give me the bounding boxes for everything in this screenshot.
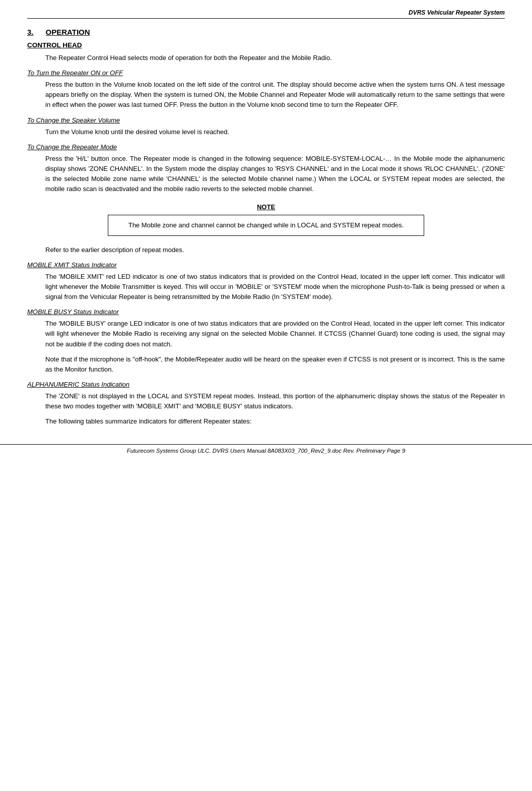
repeater-mode-section: To Change the Repeater Mode Press the 'H… xyxy=(27,143,505,195)
page-footer: Futurecom Systems Group ULC. DVRS Users … xyxy=(0,444,532,454)
speaker-volume-section: To Change the Speaker Volume Turn the Vo… xyxy=(27,116,505,137)
mobile-busy-link: MOBILE BUSY Status Indicator xyxy=(27,308,505,316)
note-section: NOTE The Mobile zone and channel cannot … xyxy=(27,203,505,236)
speaker-volume-body: Turn the Volume knob until the desired v… xyxy=(45,127,505,137)
note-box: The Mobile zone and channel cannot be ch… xyxy=(108,215,425,236)
alphanumeric-link: ALPHANUMERIC Status Indication xyxy=(27,381,505,388)
repeater-mode-body: Press the 'H/L' button once. The Repeate… xyxy=(45,154,505,195)
mobile-busy-section: MOBILE BUSY Status Indicator The 'MOBILE… xyxy=(27,308,505,375)
refer-text: Refer to the earlier description of repe… xyxy=(45,245,505,255)
repeater-mode-link: To Change the Repeater Mode xyxy=(27,143,505,151)
subsection-control-head: CONTROL HEAD The Repeater Control Head s… xyxy=(27,41,505,63)
turn-on-off-link: To Turn the Repeater ON or OFF xyxy=(27,69,505,77)
turn-on-off-body: Press the button in the Volume knob loca… xyxy=(45,80,505,110)
alphanumeric-body2: The following tables summarize indicator… xyxy=(45,416,505,427)
mobile-busy-body1: The 'MOBILE BUSY' orange LED indicator i… xyxy=(45,319,505,349)
section-number: 3. xyxy=(27,28,34,36)
mobile-xmit-section: MOBILE XMIT Status Indicator The 'MOBILE… xyxy=(27,261,505,302)
turn-on-off-section: To Turn the Repeater ON or OFF Press the… xyxy=(27,69,505,110)
page-header: DVRS Vehicular Repeater System xyxy=(27,9,505,19)
control-head-intro: The Repeater Control Head selects mode o… xyxy=(45,53,505,63)
speaker-volume-link: To Change the Speaker Volume xyxy=(27,116,505,124)
alphanumeric-section: ALPHANUMERIC Status Indication The 'ZONE… xyxy=(27,381,505,427)
mobile-xmit-body: The 'MOBILE XMIT' red LED indicator is o… xyxy=(45,272,505,302)
alphanumeric-body1: The 'ZONE' is not displayed in the LOCAL… xyxy=(45,391,505,411)
control-head-heading: CONTROL HEAD xyxy=(27,41,505,49)
mobile-busy-body2: Note that if the microphone is "off-hook… xyxy=(45,354,505,375)
note-title: NOTE xyxy=(27,203,505,211)
mobile-xmit-link: MOBILE XMIT Status Indicator xyxy=(27,261,505,269)
section-title: OPERATION xyxy=(46,28,90,36)
